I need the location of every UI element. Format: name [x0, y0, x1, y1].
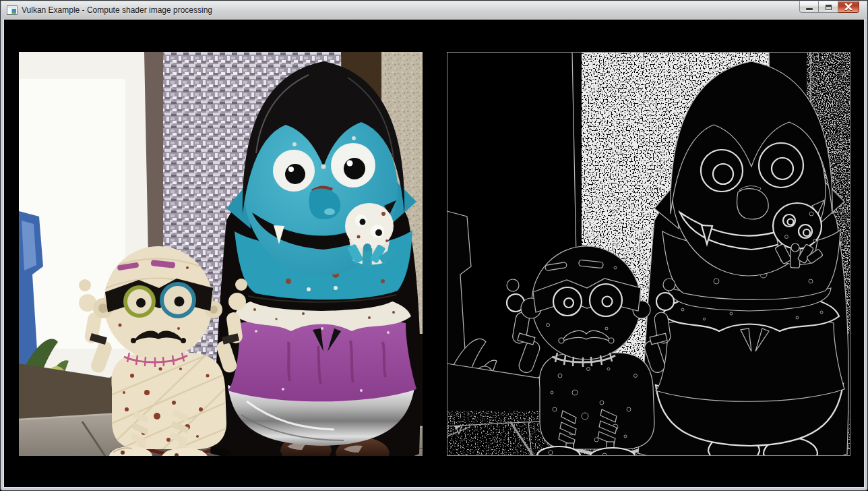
minimize-icon [806, 8, 813, 10]
purple-dress [656, 315, 844, 401]
processed-image-panel [447, 52, 850, 456]
mummy-body [539, 353, 654, 449]
application-window-icon [7, 5, 18, 16]
app-icon[interactable] [7, 5, 18, 16]
source-image-panel [19, 52, 423, 456]
close-button[interactable] [838, 1, 859, 13]
maximize-icon [826, 5, 832, 10]
close-icon [844, 3, 852, 10]
client-area [3, 19, 865, 488]
ghost-figure [345, 200, 396, 268]
app-window: Vulkan Example - Compute shader image pr… [0, 0, 868, 491]
titlebar[interactable]: Vulkan Example - Compute shader image pr… [1, 1, 867, 19]
minimize-button[interactable] [799, 1, 819, 13]
maximize-button[interactable] [819, 1, 838, 13]
processed-image [447, 52, 850, 456]
source-image [19, 52, 423, 456]
window-title: Vulkan Example - Compute shader image pr… [22, 5, 212, 15]
window-controls [799, 1, 859, 13]
ghost-figure [773, 200, 824, 268]
